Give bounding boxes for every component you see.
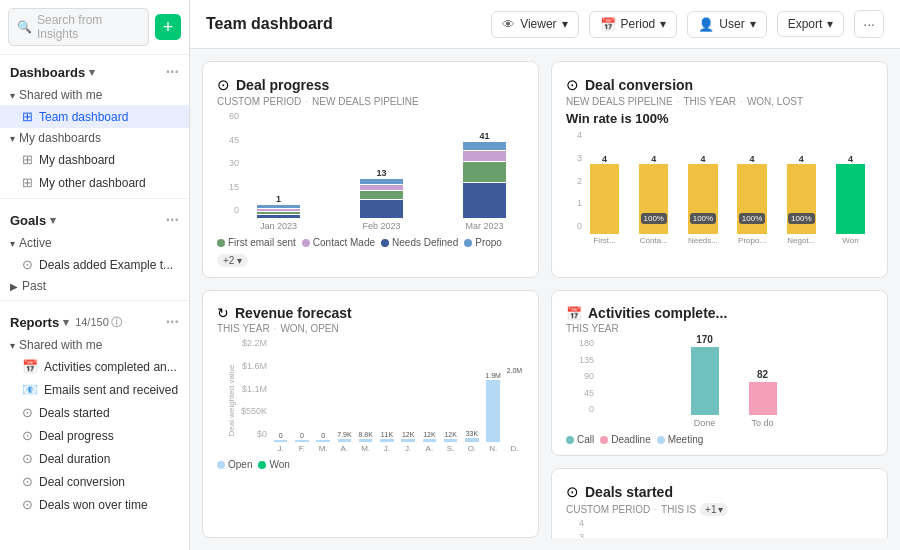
dashboards-more[interactable]: ··· [166,63,179,81]
goals-header[interactable]: Goals ▾ ··· [0,203,189,233]
legend-item-needs: Needs Defined [381,237,458,248]
goals-label: Goals [10,213,46,228]
legend-item-first-email: First email sent [217,237,296,248]
my-dashboards-label: My dashboards [19,131,101,145]
deal-progress-icon: ⊙ [217,76,230,94]
deals-added-label: Deals added Example t... [39,258,173,272]
ds-bars: 2 J... 1 B... 1 [584,518,873,538]
sidebar-item-activities[interactable]: 📅 Activities completed an... [0,355,189,378]
deal-conversion-widget-icon: ⊙ [566,76,579,94]
export-label: Export [788,17,823,31]
rf-bar-s: 12K S. [441,431,460,453]
rf-bar-j2: 11K J. [377,431,396,453]
active-group[interactable]: ▾ Active [0,233,189,253]
reports-header[interactable]: Reports ▾ 14/150 ⓘ ··· [0,305,189,335]
viewer-label: Viewer [520,17,556,31]
deal-conversion-label: Deal conversion [39,475,125,489]
period-chevron: ▾ [660,17,666,31]
sidebar-item-deal-progress[interactable]: ⊙ Deal progress [0,424,189,447]
export-chevron: ▾ [827,17,833,31]
reports-info-icon[interactable]: ⓘ [111,315,122,330]
dc-y-axis: 4 3 2 1 0 [566,130,582,245]
activities-widget: 📅 Activities complete... THIS YEAR 180 1… [551,290,888,456]
dashboards-chevron: ▾ [89,66,95,79]
sidebar-item-team-dashboard[interactable]: ⊞ Team dashboard [0,105,189,128]
deal-progress-chart-area: 60 45 30 15 0 1 [217,111,524,267]
sidebar-item-deal-duration[interactable]: ⊙ Deal duration [0,447,189,470]
reports-more[interactable]: ··· [166,313,179,331]
sidebar-item-deals-added[interactable]: ⊙ Deals added Example t... [0,253,189,276]
dashboards-section: Dashboards ▾ ··· ▾ Shared with me ⊞ Team… [0,55,189,194]
sidebar: 🔍 Search from Insights + Dashboards ▾ ··… [0,0,190,550]
reports-shared-group[interactable]: ▾ Shared with me [0,335,189,355]
sidebar-item-my-dashboard[interactable]: ⊞ My dashboard [0,148,189,171]
other-dashboard-label: My other dashboard [39,176,146,190]
ds-header: ⊙ Deals started [566,483,873,501]
sidebar-item-other-dashboard[interactable]: ⊞ My other dashboard [0,171,189,194]
team-dashboard-label: Team dashboard [39,110,128,124]
main-content: Team dashboard 👁 Viewer ▾ 📅 Period ▾ 👤 U… [190,0,900,550]
more-button[interactable]: ··· [854,10,884,38]
emails-label: Emails sent and received [44,383,178,397]
deal-progress-label: Deal progress [39,429,114,443]
search-input[interactable]: 🔍 Search from Insights [8,8,149,46]
add-button[interactable]: + [155,14,181,40]
my-dashboards-group[interactable]: ▾ My dashboards [0,128,189,148]
rf-sub1: THIS YEAR [217,323,270,334]
activities-header: 📅 Activities complete... [566,305,873,321]
deal-progress-subtitle: CUSTOM PERIOD · NEW DEALS PIPELINE [217,96,524,107]
rf-title: Revenue forecast [235,305,352,321]
sidebar-item-emails[interactable]: 📧 Emails sent and received [0,378,189,401]
user-button[interactable]: 👤 User ▾ [687,11,766,38]
legend-won: Won [258,459,289,470]
period-label: Period [621,17,656,31]
sidebar-item-deals-started[interactable]: ⊙ Deals started [0,401,189,424]
goal-icon: ⊙ [22,257,33,272]
rf-bar-j3: 12K J. [399,431,418,453]
legend-open: Open [217,459,252,470]
rf-bar-j1: 0 J. [271,432,290,453]
reports-badge: 14/150 [75,316,109,328]
dp-legend: First email sent Contact Made Needs Defi… [217,237,524,267]
rf-legend: Open Won [217,459,524,470]
goals-more[interactable]: ··· [166,211,179,229]
reports-shared-label: Shared with me [19,338,102,352]
deal-progress-icon: ⊙ [22,428,33,443]
rf-sub2: WON, OPEN [280,323,338,334]
ds-pill[interactable]: +1 ▾ [700,503,728,516]
activities-icon: 📅 [22,359,38,374]
reports-chevron: ▾ [63,316,69,329]
user-icon: 👤 [698,17,714,32]
dp-bars: 1 Jan 2023 13 [239,111,524,231]
rf-bar-n: 1.9M N. [484,372,503,453]
rf-header: ↻ Revenue forecast [217,305,524,321]
right-bottom-column: 📅 Activities complete... THIS YEAR 180 1… [551,290,888,538]
rf-subtitle: THIS YEAR · WON, OPEN [217,323,524,334]
dc-bar-negot: 4 100% Negot... [779,154,824,245]
sidebar-item-deals-won[interactable]: ⊙ Deals won over time [0,493,189,516]
reports-section: Reports ▾ 14/150 ⓘ ··· ▾ Shared with me … [0,305,189,516]
win-rate: Win rate is 100% [566,111,873,126]
shared-label: Shared with me [19,88,102,102]
dc-bar-conta: 4 100% Conta... [631,154,676,245]
sidebar-item-deal-conversion[interactable]: ⊙ Deal conversion [0,470,189,493]
viewer-button[interactable]: 👁 Viewer ▾ [491,11,578,38]
legend-item-contact: Contact Made [302,237,375,248]
period-button[interactable]: 📅 Period ▾ [589,11,678,38]
dp-bar-feb: 13 Feb 2023 [342,168,421,231]
deal-progress-header: ⊙ Deal progress [217,76,524,94]
dashboard-grid: ⊙ Deal progress CUSTOM PERIOD · NEW DEAL… [190,49,900,550]
dp-chart-container: 60 45 30 15 0 1 [217,111,524,231]
legend-more[interactable]: +2 ▾ [217,254,248,267]
legend-item-propo: Propo [464,237,502,248]
export-button[interactable]: Export ▾ [777,11,845,37]
act-chart-container: 180 135 90 45 0 170 Done [566,338,873,428]
dc-chart-container: 4 3 2 1 0 4 First... 4 [566,130,873,245]
dc-sub1: NEW DEALS PIPELINE [566,96,673,107]
dp-y-axis: 60 45 30 15 0 [217,111,239,231]
past-group[interactable]: ▶ Past [0,276,189,296]
ds-icon: ⊙ [566,483,579,501]
shared-with-me-group[interactable]: ▾ Shared with me [0,85,189,105]
dashboards-header[interactable]: Dashboards ▾ ··· [0,55,189,85]
rf-bar-o: 33K O. [462,430,481,453]
